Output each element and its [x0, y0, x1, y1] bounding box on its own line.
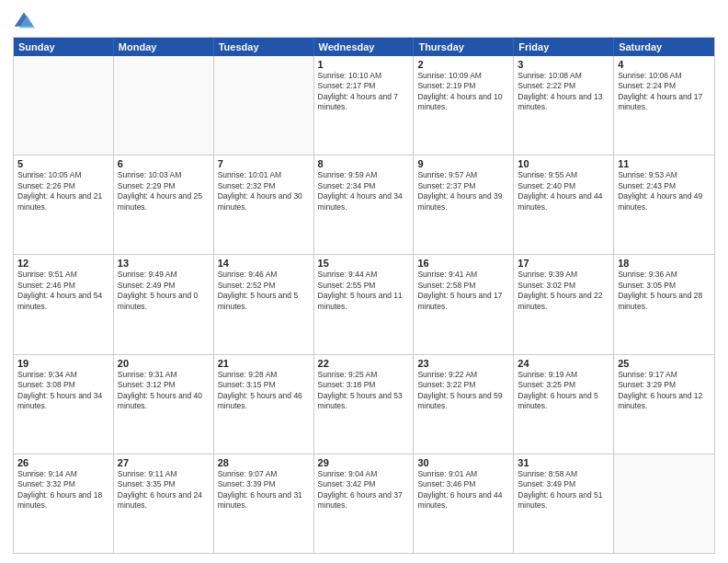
day-info: Sunrise: 9:22 AM Sunset: 3:22 PM Dayligh… — [417, 370, 509, 412]
day-info: Sunrise: 10:03 AM Sunset: 2:29 PM Daylig… — [118, 170, 210, 213]
day-number: 29 — [318, 457, 410, 468]
day-number: 25 — [618, 358, 711, 369]
day-number: 8 — [318, 158, 410, 169]
day-info: Sunrise: 9:39 AM Sunset: 3:02 PM Dayligh… — [518, 270, 609, 312]
day-number: 5 — [17, 158, 109, 169]
day-info: Sunrise: 9:34 AM Sunset: 3:08 PM Dayligh… — [17, 370, 109, 412]
header — [13, 9, 715, 31]
page: SundayMondayTuesdayWednesdayThursdayFrid… — [0, 0, 728, 563]
day-info: Sunrise: 10:01 AM Sunset: 2:32 PM Daylig… — [218, 170, 310, 213]
day-info: Sunrise: 10:06 AM Sunset: 2:24 PM Daylig… — [618, 71, 711, 113]
calendar-day-13: 13Sunrise: 9:49 AM Sunset: 2:49 PM Dayli… — [114, 255, 214, 353]
day-info: Sunrise: 9:04 AM Sunset: 3:42 PM Dayligh… — [318, 469, 410, 511]
calendar-header: SundayMondayTuesdayWednesdayThursdayFrid… — [14, 38, 714, 56]
day-number: 13 — [118, 258, 210, 269]
day-number: 31 — [518, 457, 609, 468]
day-number: 21 — [218, 358, 310, 369]
calendar-day-21: 21Sunrise: 9:28 AM Sunset: 3:15 PM Dayli… — [214, 355, 314, 454]
day-number: 3 — [518, 59, 609, 70]
day-info: Sunrise: 10:05 AM Sunset: 2:26 PM Daylig… — [17, 170, 109, 213]
calendar-day-19: 19Sunrise: 9:34 AM Sunset: 3:08 PM Dayli… — [14, 355, 114, 454]
calendar-day-31: 31Sunrise: 8:58 AM Sunset: 3:49 PM Dayli… — [514, 454, 614, 553]
calendar-day-empty-0-0 — [14, 56, 114, 155]
day-number: 4 — [618, 59, 711, 70]
day-number: 6 — [118, 158, 210, 169]
calendar-day-16: 16Sunrise: 9:41 AM Sunset: 2:58 PM Dayli… — [414, 255, 514, 353]
calendar-day-15: 15Sunrise: 9:44 AM Sunset: 2:55 PM Dayli… — [314, 255, 415, 353]
calendar-day-22: 22Sunrise: 9:25 AM Sunset: 3:18 PM Dayli… — [314, 355, 415, 454]
calendar-day-17: 17Sunrise: 9:39 AM Sunset: 3:02 PM Dayli… — [514, 255, 614, 353]
day-number: 9 — [417, 158, 509, 169]
day-info: Sunrise: 9:49 AM Sunset: 2:49 PM Dayligh… — [118, 270, 210, 312]
day-info: Sunrise: 9:55 AM Sunset: 2:40 PM Dayligh… — [518, 170, 609, 213]
calendar-day-20: 20Sunrise: 9:31 AM Sunset: 3:12 PM Dayli… — [114, 355, 214, 454]
day-info: Sunrise: 10:08 AM Sunset: 2:22 PM Daylig… — [518, 71, 609, 113]
logo-icon — [13, 9, 35, 31]
calendar-row-4: 19Sunrise: 9:34 AM Sunset: 3:08 PM Dayli… — [14, 354, 714, 454]
day-number: 12 — [17, 258, 109, 269]
calendar-day-24: 24Sunrise: 9:19 AM Sunset: 3:25 PM Dayli… — [514, 355, 614, 454]
day-number: 26 — [17, 457, 109, 468]
calendar-day-18: 18Sunrise: 9:36 AM Sunset: 3:05 PM Dayli… — [614, 255, 714, 353]
calendar-day-3: 3Sunrise: 10:08 AM Sunset: 2:22 PM Dayli… — [514, 56, 614, 155]
calendar-day-28: 28Sunrise: 9:07 AM Sunset: 3:39 PM Dayli… — [214, 454, 314, 553]
day-info: Sunrise: 10:10 AM Sunset: 2:17 PM Daylig… — [318, 71, 410, 113]
day-number: 17 — [518, 258, 609, 269]
day-info: Sunrise: 8:58 AM Sunset: 3:49 PM Dayligh… — [518, 469, 609, 511]
day-number: 14 — [218, 258, 310, 269]
day-number: 10 — [518, 158, 609, 169]
calendar-day-9: 9Sunrise: 9:57 AM Sunset: 2:37 PM Daylig… — [414, 155, 514, 254]
calendar-day-10: 10Sunrise: 9:55 AM Sunset: 2:40 PM Dayli… — [514, 155, 614, 254]
day-info: Sunrise: 9:59 AM Sunset: 2:34 PM Dayligh… — [318, 170, 410, 213]
day-number: 7 — [218, 158, 310, 169]
day-number: 24 — [518, 358, 609, 369]
calendar-day-29: 29Sunrise: 9:04 AM Sunset: 3:42 PM Dayli… — [314, 454, 415, 553]
calendar-row-1: 1Sunrise: 10:10 AM Sunset: 2:17 PM Dayli… — [14, 56, 714, 155]
calendar-day-30: 30Sunrise: 9:01 AM Sunset: 3:46 PM Dayli… — [414, 454, 514, 553]
day-info: Sunrise: 9:11 AM Sunset: 3:35 PM Dayligh… — [118, 469, 210, 511]
day-number: 11 — [618, 158, 711, 169]
calendar-day-27: 27Sunrise: 9:11 AM Sunset: 3:35 PM Dayli… — [114, 454, 214, 553]
day-number: 2 — [417, 59, 509, 70]
day-info: Sunrise: 9:19 AM Sunset: 3:25 PM Dayligh… — [518, 370, 609, 412]
day-info: Sunrise: 9:01 AM Sunset: 3:46 PM Dayligh… — [417, 469, 509, 511]
day-number: 16 — [417, 258, 509, 269]
calendar-day-6: 6Sunrise: 10:03 AM Sunset: 2:29 PM Dayli… — [114, 155, 214, 254]
day-info: Sunrise: 9:51 AM Sunset: 2:46 PM Dayligh… — [17, 270, 109, 312]
header-day-monday: Monday — [114, 38, 214, 56]
header-day-wednesday: Wednesday — [314, 38, 415, 56]
day-number: 28 — [218, 457, 310, 468]
day-info: Sunrise: 9:46 AM Sunset: 2:52 PM Dayligh… — [218, 270, 310, 312]
day-info: Sunrise: 9:28 AM Sunset: 3:15 PM Dayligh… — [218, 370, 310, 412]
day-number: 27 — [118, 457, 210, 468]
day-info: Sunrise: 9:14 AM Sunset: 3:32 PM Dayligh… — [17, 469, 109, 511]
day-number: 30 — [417, 457, 509, 468]
day-info: Sunrise: 9:07 AM Sunset: 3:39 PM Dayligh… — [218, 469, 310, 511]
day-number: 20 — [118, 358, 210, 369]
calendar-row-3: 12Sunrise: 9:51 AM Sunset: 2:46 PM Dayli… — [14, 254, 714, 353]
day-info: Sunrise: 9:31 AM Sunset: 3:12 PM Dayligh… — [118, 370, 210, 412]
day-number: 15 — [318, 258, 410, 269]
day-number: 22 — [318, 358, 410, 369]
day-info: Sunrise: 9:17 AM Sunset: 3:29 PM Dayligh… — [618, 370, 711, 412]
calendar-row-2: 5Sunrise: 10:05 AM Sunset: 2:26 PM Dayli… — [14, 155, 714, 254]
day-number: 18 — [618, 258, 711, 269]
header-day-tuesday: Tuesday — [214, 38, 314, 56]
logo — [13, 9, 39, 31]
day-info: Sunrise: 10:09 AM Sunset: 2:19 PM Daylig… — [417, 71, 509, 113]
calendar-body: 1Sunrise: 10:10 AM Sunset: 2:17 PM Dayli… — [14, 56, 714, 553]
calendar-day-14: 14Sunrise: 9:46 AM Sunset: 2:52 PM Dayli… — [214, 255, 314, 353]
header-day-friday: Friday — [514, 38, 614, 56]
day-number: 23 — [417, 358, 509, 369]
calendar-day-12: 12Sunrise: 9:51 AM Sunset: 2:46 PM Dayli… — [14, 255, 114, 353]
day-info: Sunrise: 9:44 AM Sunset: 2:55 PM Dayligh… — [318, 270, 410, 312]
calendar-row-5: 26Sunrise: 9:14 AM Sunset: 3:32 PM Dayli… — [14, 454, 714, 553]
calendar-day-7: 7Sunrise: 10:01 AM Sunset: 2:32 PM Dayli… — [214, 155, 314, 254]
calendar-day-1: 1Sunrise: 10:10 AM Sunset: 2:17 PM Dayli… — [314, 56, 415, 155]
calendar-day-2: 2Sunrise: 10:09 AM Sunset: 2:19 PM Dayli… — [414, 56, 514, 155]
day-number: 1 — [318, 59, 410, 70]
calendar-day-4: 4Sunrise: 10:06 AM Sunset: 2:24 PM Dayli… — [614, 56, 714, 155]
calendar-day-5: 5Sunrise: 10:05 AM Sunset: 2:26 PM Dayli… — [14, 155, 114, 254]
calendar-day-26: 26Sunrise: 9:14 AM Sunset: 3:32 PM Dayli… — [14, 454, 114, 553]
header-day-thursday: Thursday — [414, 38, 514, 56]
